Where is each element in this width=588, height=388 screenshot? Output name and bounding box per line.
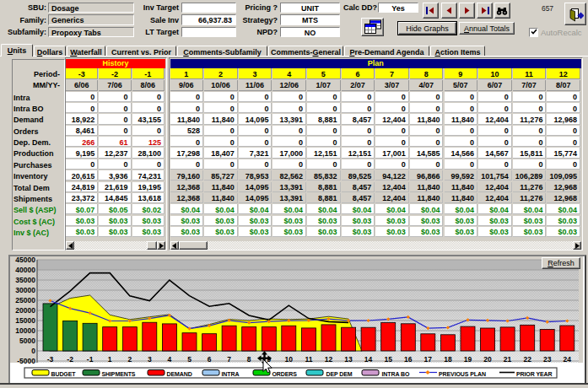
svg-text:20000: 20000 — [15, 306, 35, 315]
svg-text:20: 20 — [483, 355, 492, 364]
svg-text:SHIPMENTS: SHIPMENTS — [102, 371, 136, 377]
svg-text:8: 8 — [247, 355, 251, 364]
svg-text:45000: 45000 — [15, 256, 35, 264]
svg-text:5: 5 — [187, 355, 192, 364]
svg-text:INTRA: INTRA — [222, 371, 240, 377]
svg-text:4: 4 — [168, 355, 172, 364]
svg-text:17: 17 — [424, 355, 433, 364]
svg-text:21: 21 — [504, 355, 512, 364]
svg-text:35000: 35000 — [15, 276, 35, 284]
svg-text:22: 22 — [523, 355, 531, 364]
svg-text:-5000: -5000 — [17, 357, 35, 365]
svg-text:7: 7 — [227, 355, 231, 364]
svg-text:15000: 15000 — [15, 316, 35, 325]
svg-text:DEMAND: DEMAND — [167, 371, 192, 377]
svg-text:16: 16 — [404, 355, 413, 364]
svg-text:25000: 25000 — [15, 296, 35, 304]
svg-text:-3: -3 — [47, 355, 54, 364]
svg-text:11: 11 — [305, 355, 312, 364]
svg-text:24: 24 — [564, 355, 572, 364]
svg-text:19: 19 — [464, 355, 472, 364]
svg-text:15: 15 — [384, 355, 392, 364]
svg-text:ORDERS: ORDERS — [272, 371, 298, 377]
svg-text:BUDGET: BUDGET — [51, 371, 77, 377]
svg-text:2: 2 — [127, 355, 132, 364]
svg-text:23: 23 — [543, 355, 552, 364]
svg-text:0: 0 — [31, 347, 35, 355]
svg-text:DEP DEM: DEP DEM — [326, 371, 353, 377]
svg-text:40000: 40000 — [15, 266, 35, 274]
svg-text:5000: 5000 — [19, 337, 35, 345]
svg-text:10000: 10000 — [15, 326, 35, 335]
svg-text:13: 13 — [344, 355, 353, 364]
svg-text:30000: 30000 — [15, 286, 35, 294]
svg-text:14: 14 — [364, 355, 373, 364]
svg-text:-1: -1 — [87, 355, 94, 364]
svg-text:-2: -2 — [67, 355, 73, 364]
svg-text:18: 18 — [444, 355, 452, 364]
svg-text:10: 10 — [285, 355, 294, 364]
svg-text:1: 1 — [108, 355, 112, 364]
svg-text:3: 3 — [148, 355, 152, 364]
svg-text:INTRA BO: INTRA BO — [382, 371, 410, 377]
svg-text:PRIOR YEAR: PRIOR YEAR — [516, 371, 552, 377]
svg-text:12: 12 — [325, 355, 333, 364]
svg-text:6: 6 — [208, 355, 212, 364]
svg-text:PREVIOUS PLAN: PREVIOUS PLAN — [439, 371, 486, 377]
